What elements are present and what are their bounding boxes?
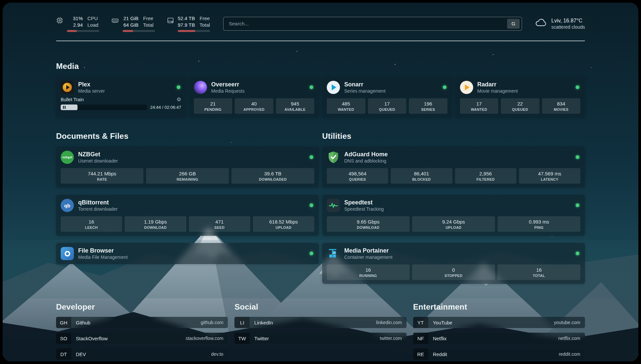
app-name: AdGuard Home <box>344 151 388 158</box>
header-divider <box>56 41 585 41</box>
bookmark-reddit[interactable]: RE Reddit reddit.com <box>413 349 585 360</box>
stat-blocked: 86,401BLOCKED <box>391 168 452 184</box>
top-bar: 31% 2.94 CPU Load <box>56 15 585 32</box>
cpu-usage-bar <box>67 30 99 32</box>
status-dot <box>310 155 313 159</box>
settings-gear-icon[interactable]: ⚙ <box>176 97 181 102</box>
card-qbittorrent[interactable]: qb qBittorrent Torrent downloader 16LEEC… <box>56 195 319 236</box>
dashboard-screen: 31% 2.94 CPU Load <box>3 3 638 361</box>
disk-drive-icon <box>167 17 174 25</box>
card-nzbget[interactable]: nzbget NZBGet Usenet downloader 744.21 M… <box>56 147 319 188</box>
disk-widget: 52.4 TB 97.9 TB Free Total <box>167 15 210 32</box>
section-media: Media Plex Media server Bullet Train <box>56 62 585 118</box>
card-filebrowser[interactable]: File Browser Media File Management <box>56 243 319 264</box>
stat-series: 196SERIES <box>409 98 447 114</box>
search-provider-button[interactable]: G <box>507 19 520 29</box>
card-portainer[interactable]: Media Portainer Container management 16R… <box>322 243 585 284</box>
utilities-section-title: Utilities <box>322 132 585 141</box>
weather-condition: scattered clouds <box>551 24 585 30</box>
app-subtitle: Movie management <box>477 88 518 94</box>
card-radarr[interactable]: Radarr Movie management 17WANTED 22QUEUE… <box>455 77 585 118</box>
card-sonarr[interactable]: Sonarr Series management 485WANTED 17QUE… <box>322 77 452 118</box>
bookmark-youtube[interactable]: YT YouTube youtube.com <box>413 317 585 328</box>
playback-progress-bar[interactable] <box>61 105 147 110</box>
bookmark-abbr: LI <box>234 317 250 328</box>
weather-location: Lviv, 16.87°C <box>551 18 585 24</box>
bookmark-abbr: DT <box>56 349 71 360</box>
search-input[interactable] <box>229 21 507 26</box>
bookmark-abbr: NF <box>413 333 428 344</box>
bookmark-url: stackoverflow.com <box>186 336 223 341</box>
app-name: Sonarr <box>344 81 385 88</box>
now-playing-title: Bullet Train <box>61 97 84 102</box>
status-dot <box>576 85 579 89</box>
section-entertainment: Entertainment YT YouTube youtube.com NF … <box>413 302 585 360</box>
disk-total-value: 97.9 TB <box>178 22 195 28</box>
memory-widget: 21 GiB 64 GiB Free Total <box>111 15 155 32</box>
disk-free-value: 52.4 TB <box>178 15 195 22</box>
disk-free-label: Free <box>199 15 210 22</box>
stat-available: 945AVAILABLE <box>276 98 315 114</box>
card-speedtest[interactable]: Speedtest Speedtest Tracking 9.65 GbpsDO… <box>322 195 585 236</box>
bookmark-stackoverflow[interactable]: SO StackOverflow stackoverflow.com <box>56 333 228 344</box>
media-section-title: Media <box>56 62 585 71</box>
bookmark-name: LinkedIn <box>254 320 273 325</box>
section-documents: Documents & Files nzbget NZBGet Usenet d… <box>56 132 319 284</box>
social-section-title: Social <box>234 302 406 312</box>
stat-remaining: 266 GBREMAINING <box>146 168 229 184</box>
bookmark-abbr: GH <box>56 317 71 328</box>
cpu-widget: 31% 2.94 CPU Load <box>56 15 99 32</box>
sonarr-icon <box>327 81 340 94</box>
stat-total: 16TOTAL <box>498 264 580 280</box>
app-name: Overseerr <box>211 81 245 88</box>
stat-leech: 16LEECH <box>61 216 122 232</box>
pause-icon[interactable] <box>63 106 66 109</box>
bookmark-github[interactable]: GH Github github.com <box>56 317 228 328</box>
memory-free-value: 21 GiB <box>123 15 138 22</box>
nzbget-icon: nzbget <box>61 151 74 164</box>
bookmark-url: dev.to <box>211 351 223 357</box>
bookmark-netflix[interactable]: NF Netflix netflix.com <box>413 333 585 344</box>
app-name: qBittorrent <box>78 199 118 206</box>
stat-queued: 17QUEUED <box>368 98 407 114</box>
weather-widget: Lviv, 16.87°C scattered clouds <box>535 18 585 30</box>
stat-wanted: 485WANTED <box>327 98 365 114</box>
bookmark-twitter[interactable]: TW Twitter twitter.com <box>234 333 406 344</box>
card-adguard[interactable]: AdGuard Home DNS and adblocking 498,564Q… <box>322 147 585 188</box>
stat-wanted: 17WANTED <box>460 98 499 114</box>
memory-ram-icon <box>111 17 119 25</box>
radarr-icon <box>460 81 473 94</box>
stat-approved: 40APPROVED <box>235 98 273 114</box>
app-subtitle: Series management <box>344 88 385 94</box>
entertainment-section-title: Entertainment <box>413 302 585 312</box>
app-subtitle: Media File Management <box>78 255 128 260</box>
status-dot <box>576 252 579 255</box>
bookmark-dev[interactable]: DT DEV dev.to <box>56 349 228 360</box>
app-subtitle: DNS and adblocking <box>344 158 388 164</box>
status-dot <box>576 155 579 159</box>
memory-usage-fill <box>123 30 133 32</box>
card-overseerr[interactable]: Overseerr Media Requests 21PENDING 40APP… <box>189 77 319 118</box>
developer-section-title: Developer <box>56 302 228 312</box>
load-label: Load <box>87 22 98 28</box>
stat-seed: 471SEED <box>189 216 250 232</box>
filebrowser-icon <box>61 247 74 260</box>
stat-movies: 834MOVIES <box>542 98 581 114</box>
card-plex[interactable]: Plex Media server Bullet Train ⚙ <box>56 77 186 118</box>
playback-time: 24:44 / 02:06:47 <box>150 105 181 110</box>
stat-latency: 47.569 msLATENCY <box>519 168 580 184</box>
bookmark-abbr: RE <box>413 349 428 360</box>
plex-icon <box>61 81 74 94</box>
bookmark-name: YouTube <box>433 320 452 325</box>
cpu-usage-fill <box>67 30 77 32</box>
app-name: Speedtest <box>344 199 384 206</box>
disk-total-label: Total <box>199 22 210 28</box>
cpu-label: CPU <box>87 15 98 22</box>
bookmark-linkedin[interactable]: LI LinkedIn linkedin.com <box>234 317 406 328</box>
stat-queries: 498,564QUERIES <box>327 168 388 184</box>
stat-download: 1.19 GbpsDOWNLOAD <box>125 216 186 232</box>
stat-queued: 22QUEUED <box>501 98 539 114</box>
app-subtitle: Torrent downloader <box>78 206 118 212</box>
disk-usage-fill <box>178 30 195 32</box>
cpu-load-value: 2.94 <box>67 22 83 28</box>
